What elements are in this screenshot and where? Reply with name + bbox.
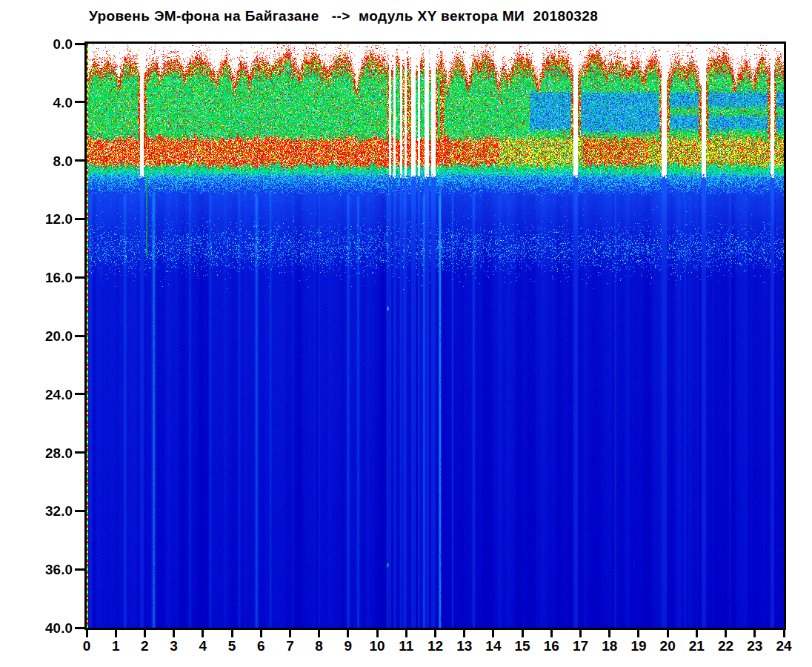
x-axis-tick	[289, 630, 291, 637]
x-axis-tick	[696, 630, 698, 637]
x-tick-label: 19	[626, 638, 651, 654]
y-tick-label: 4.0	[13, 95, 73, 111]
x-axis-tick	[783, 630, 785, 637]
x-axis-tick	[260, 630, 262, 637]
y-axis-tick	[75, 218, 84, 220]
x-tick-label: 24	[771, 638, 796, 654]
x-axis-tick	[202, 630, 204, 637]
x-axis-tick	[522, 630, 524, 637]
y-axis-tick	[75, 101, 84, 103]
x-tick-label: 8	[307, 638, 332, 654]
y-axis-tick	[75, 568, 84, 571]
x-tick-label: 14	[481, 638, 506, 654]
x-tick-label: 3	[162, 638, 187, 654]
x-axis-tick	[637, 630, 639, 637]
y-tick-label: 16.0	[13, 270, 73, 286]
x-axis-tick	[173, 630, 175, 637]
x-tick-label: 18	[597, 638, 622, 654]
x-tick-label: 13	[452, 638, 477, 654]
x-tick-label: 20	[655, 638, 680, 654]
x-tick-label: 16	[539, 638, 564, 654]
y-tick-label: 36.0	[13, 562, 73, 578]
x-axis-tick	[753, 630, 756, 637]
x-axis-tick	[318, 630, 320, 637]
x-axis-tick	[86, 630, 88, 637]
y-axis-tick	[75, 43, 84, 45]
x-axis-tick	[492, 630, 494, 637]
x-axis-tick	[550, 630, 553, 637]
y-tick-label: 8.0	[13, 153, 73, 170]
x-tick-label: 17	[568, 638, 593, 654]
y-axis-tick	[75, 451, 84, 454]
x-axis-tick	[405, 630, 407, 637]
y-tick-label: 40.0	[13, 620, 73, 637]
y-axis-tick	[75, 510, 84, 512]
x-axis-tick	[463, 630, 465, 637]
x-axis-tick	[434, 630, 436, 637]
y-tick-label: 12.0	[13, 211, 73, 228]
x-tick-label: 11	[393, 638, 419, 654]
spectrogram-canvas	[87, 44, 784, 628]
y-axis-tick	[75, 335, 84, 337]
y-axis-tick	[75, 627, 84, 629]
x-axis-tick	[347, 630, 349, 637]
x-axis-tick	[144, 630, 146, 637]
x-tick-label: 4	[190, 638, 216, 654]
x-tick-label: 1	[103, 638, 128, 654]
x-axis-tick	[376, 630, 379, 637]
x-axis-tick	[115, 630, 117, 637]
x-tick-label: 15	[510, 638, 535, 654]
plot-frame	[84, 42, 786, 630]
x-tick-label: 23	[742, 638, 768, 654]
x-axis-tick	[231, 630, 233, 637]
x-axis-tick	[667, 630, 669, 637]
x-tick-label: 21	[684, 638, 709, 654]
x-tick-label: 10	[365, 638, 390, 654]
x-axis-tick	[579, 630, 582, 637]
x-tick-label: 12	[423, 638, 448, 654]
y-tick-label: 0.0	[13, 36, 73, 53]
y-axis-tick	[75, 393, 84, 395]
y-axis-tick	[75, 276, 84, 279]
x-tick-label: 22	[713, 638, 739, 654]
x-tick-label: 7	[277, 638, 302, 654]
x-tick-label: 2	[132, 638, 157, 654]
chart-title: Уровень ЭМ-фона на Байгазане --> модуль …	[89, 8, 598, 24]
y-tick-label: 20.0	[13, 328, 73, 345]
x-axis-tick	[725, 630, 727, 637]
x-tick-label: 5	[219, 638, 244, 654]
y-tick-label: 28.0	[13, 445, 73, 462]
y-tick-label: 24.0	[13, 387, 73, 403]
x-axis-tick	[608, 630, 610, 637]
x-tick-label: 0	[74, 638, 99, 654]
y-axis-tick	[75, 159, 84, 162]
x-tick-label: 6	[248, 638, 273, 654]
y-tick-label: 32.0	[13, 503, 73, 520]
x-tick-label: 9	[336, 638, 361, 654]
